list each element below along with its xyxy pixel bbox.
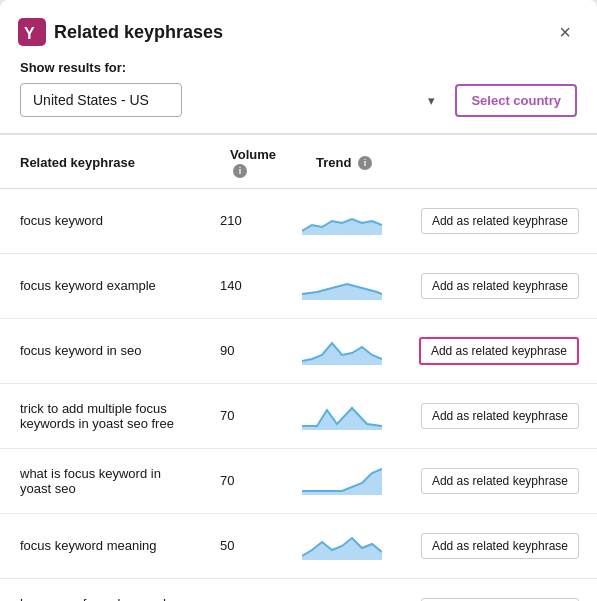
keyphrase-cell: focus keyword example <box>0 253 210 318</box>
volume-cell: 210 <box>210 188 296 253</box>
trend-cell <box>296 383 406 448</box>
table-body: focus keyword 210 Add as related keyphra… <box>0 188 597 601</box>
trend-cell <box>296 578 406 601</box>
results-table-container: Related keyphrase Volume i Trend i focus <box>0 133 597 601</box>
volume-cell: 50 <box>210 578 296 601</box>
volume-cell: 50 <box>210 513 296 578</box>
volume-cell: 90 <box>210 318 296 383</box>
table-row: focus keyword meaning 50 Add as related … <box>0 513 597 578</box>
country-select[interactable]: United States - US <box>20 83 182 117</box>
table-row: trick to add multiple focus keywords in … <box>0 383 597 448</box>
volume-cell: 70 <box>210 448 296 513</box>
add-keyphrase-button[interactable]: Add as related keyphrase <box>421 273 579 299</box>
select-country-button[interactable]: Select country <box>455 84 577 117</box>
action-cell: Add as related keyphrase <box>406 188 597 253</box>
table-row: what is focus keyword in yoast seo 70 Ad… <box>0 448 597 513</box>
controls-row: United States - US Select country <box>0 83 597 133</box>
keyphrase-cell: focus keyword <box>0 188 210 253</box>
trend-cell <box>296 318 406 383</box>
action-cell: Add as related keyphrase <box>406 578 597 601</box>
keyphrase-cell: focus keyword in seo <box>0 318 210 383</box>
col-header-keyphrase: Related keyphrase <box>0 135 210 188</box>
keyphrase-cell: what is focus keyword in yoast seo <box>0 448 210 513</box>
add-keyphrase-button[interactable]: Add as related keyphrase <box>421 208 579 234</box>
action-cell: Add as related keyphrase <box>406 448 597 513</box>
add-keyphrase-button[interactable]: Add as related keyphrase <box>421 533 579 559</box>
modal: Y Related keyphrases × Show results for:… <box>0 0 597 601</box>
table-row: focus keyword example 140 Add as related… <box>0 253 597 318</box>
volume-cell: 140 <box>210 253 296 318</box>
add-keyphrase-button[interactable]: Add as related keyphrase <box>421 468 579 494</box>
keyphrase-cell: how many focus keyword yoast <box>0 578 210 601</box>
col-header-volume: Volume i <box>210 135 296 188</box>
col-header-action <box>406 135 597 188</box>
table-row: how many focus keyword yoast 50 Add as r… <box>0 578 597 601</box>
trend-cell <box>296 253 406 318</box>
modal-header: Y Related keyphrases × <box>0 0 597 60</box>
action-cell: Add as related keyphrase <box>406 253 597 318</box>
trend-cell <box>296 513 406 578</box>
modal-title: Related keyphrases <box>54 22 223 43</box>
volume-cell: 70 <box>210 383 296 448</box>
action-cell: Add as related keyphrase <box>406 318 597 383</box>
trend-cell <box>296 188 406 253</box>
table-row: focus keyword 210 Add as related keyphra… <box>0 188 597 253</box>
action-cell: Add as related keyphrase <box>406 383 597 448</box>
keyphrase-cell: focus keyword meaning <box>0 513 210 578</box>
add-keyphrase-button[interactable]: Add as related keyphrase <box>421 403 579 429</box>
keyphrase-cell: trick to add multiple focus keywords in … <box>0 383 210 448</box>
close-button[interactable]: × <box>553 20 577 44</box>
trend-info-icon[interactable]: i <box>358 156 372 170</box>
trend-cell <box>296 448 406 513</box>
volume-info-icon[interactable]: i <box>233 164 247 178</box>
country-select-wrapper: United States - US <box>20 83 445 117</box>
title-group: Y Related keyphrases <box>18 18 223 46</box>
action-cell: Add as related keyphrase <box>406 513 597 578</box>
col-header-trend: Trend i <box>296 135 406 188</box>
add-keyphrase-button[interactable]: Add as related keyphrase <box>421 598 579 601</box>
table-header: Related keyphrase Volume i Trend i <box>0 135 597 188</box>
results-table: Related keyphrase Volume i Trend i focus <box>0 135 597 601</box>
svg-text:Y: Y <box>24 25 35 42</box>
add-keyphrase-button[interactable]: Add as related keyphrase <box>419 337 579 365</box>
yoast-logo-icon: Y <box>18 18 46 46</box>
show-results-label: Show results for: <box>0 60 597 83</box>
table-row: focus keyword in seo 90 Add as related k… <box>0 318 597 383</box>
